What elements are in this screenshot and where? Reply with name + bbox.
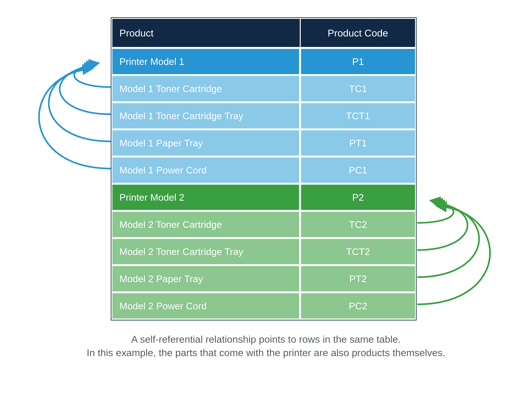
cell-product: Model 2 Toner Cartridge Tray xyxy=(112,239,299,264)
col-header-product: Product xyxy=(112,19,300,47)
product-table: Product Product Code Printer Model 1 P1 … xyxy=(111,17,417,320)
cell-product: Model 2 Toner Cartridge xyxy=(112,212,299,237)
cell-code: TCT1 xyxy=(301,103,415,128)
cell-product: Model 1 Toner Cartridge Tray xyxy=(112,103,299,128)
cell-product: Model 2 Power Cord xyxy=(112,293,299,319)
diagram-caption: A self-referential relationship points t… xyxy=(0,332,532,359)
table-row: Model 2 Toner Cartridge Tray TCT2 xyxy=(112,239,415,264)
cell-code: TC1 xyxy=(301,76,415,101)
table-row: Model 1 Toner Cartridge TC1 xyxy=(112,76,415,101)
green-arrows xyxy=(417,201,490,304)
cell-code: PC2 xyxy=(301,293,415,319)
table-row: Printer Model 2 P2 xyxy=(112,185,415,210)
cell-product: Printer Model 1 xyxy=(112,49,299,74)
cell-code: PT1 xyxy=(301,130,415,156)
caption-line: A self-referential relationship points t… xyxy=(0,332,532,346)
table-row: Model 1 Toner Cartridge Tray TCT1 xyxy=(112,103,415,128)
table-header-row: Product Product Code xyxy=(112,19,415,47)
cell-code: PT2 xyxy=(301,266,415,291)
col-header-code: Product Code xyxy=(301,19,415,47)
table-row: Model 1 Power Cord PC1 xyxy=(112,157,415,183)
diagram-stage: Product Product Code Printer Model 1 P1 … xyxy=(0,0,532,404)
caption-line: In this example, the parts that come wit… xyxy=(0,346,532,359)
table-row: Model 2 Power Cord PC2 xyxy=(112,293,415,319)
cell-code: P1 xyxy=(301,49,415,74)
cell-product: Model 1 Power Cord xyxy=(112,157,299,183)
cell-code: P2 xyxy=(301,185,415,210)
cell-code: TC2 xyxy=(301,212,415,237)
cell-code: TCT2 xyxy=(301,239,415,264)
cell-product: Model 1 Toner Cartridge xyxy=(112,76,299,101)
table-row: Model 2 Paper Tray PT2 xyxy=(112,266,415,291)
cell-product: Model 1 Paper Tray xyxy=(112,130,299,156)
cell-product: Model 2 Paper Tray xyxy=(112,266,299,291)
blue-arrows xyxy=(39,63,111,169)
cell-code: PC1 xyxy=(301,157,415,183)
cell-product: Printer Model 2 xyxy=(112,185,299,210)
table-row: Model 1 Paper Tray PT1 xyxy=(112,130,415,156)
table-row: Printer Model 1 P1 xyxy=(112,49,415,74)
table-row: Model 2 Toner Cartridge TC2 xyxy=(112,212,415,237)
